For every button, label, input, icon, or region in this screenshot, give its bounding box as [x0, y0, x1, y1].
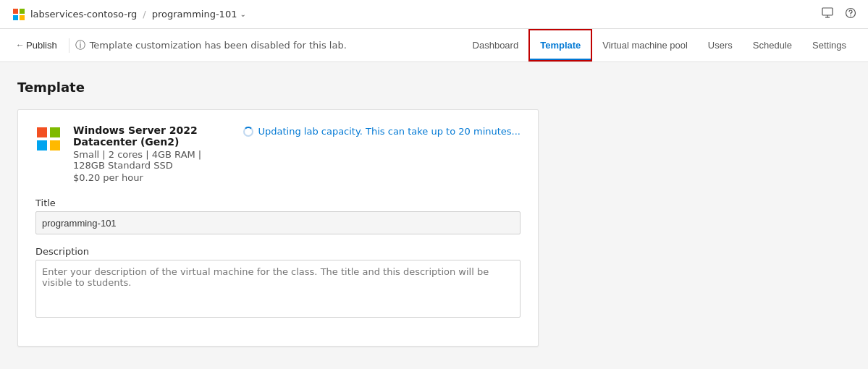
- monitor-icon[interactable]: [822, 7, 833, 22]
- tab-dashboard[interactable]: Dashboard: [463, 29, 529, 62]
- nav-divider: [69, 38, 69, 53]
- description-field-group: Description: [35, 246, 521, 320]
- resource-group-label[interactable]: labservices-contoso-rg: [30, 9, 137, 20]
- main-content: Template Windows Server 2022 Datacenter …: [0, 62, 868, 369]
- status-text: Updating lab capacity. This can take up …: [258, 126, 521, 137]
- info-icon: ⓘ: [75, 39, 85, 52]
- svg-rect-1: [20, 9, 25, 14]
- template-card: Windows Server 2022 Datacenter (Gen2) Sm…: [17, 109, 539, 347]
- info-text: Template customization has been disabled…: [90, 40, 347, 51]
- nav-tabs: Dashboard Template Virtual machine pool …: [463, 29, 856, 62]
- svg-rect-2: [13, 15, 18, 20]
- lab-dropdown-icon[interactable]: ⌄: [240, 10, 245, 18]
- description-label: Description: [35, 246, 521, 257]
- svg-rect-3: [20, 15, 25, 20]
- vm-info-row: Windows Server 2022 Datacenter (Gen2) Sm…: [35, 124, 521, 183]
- description-input[interactable]: [35, 260, 521, 318]
- vm-spec: Small | 2 cores | 4GB RAM | 128GB Standa…: [73, 149, 232, 171]
- top-bar: labservices-contoso-rg / programming-101…: [0, 0, 868, 29]
- tab-vm-pool[interactable]: Virtual machine pool: [592, 29, 698, 62]
- publish-label: Publish: [26, 40, 57, 51]
- title-input[interactable]: [35, 211, 521, 234]
- publish-arrow-icon: ↑: [14, 43, 25, 48]
- title-label: Title: [35, 198, 521, 208]
- vm-name: Windows Server 2022 Datacenter (Gen2): [73, 124, 232, 148]
- vm-status: Updating lab capacity. This can take up …: [243, 124, 521, 137]
- svg-rect-4: [822, 8, 833, 15]
- svg-rect-0: [13, 9, 18, 14]
- nav-info-message: ⓘ Template customization has been disabl…: [75, 39, 347, 52]
- svg-rect-12: [50, 140, 60, 150]
- svg-rect-9: [37, 127, 47, 137]
- tab-template[interactable]: Template: [528, 29, 592, 62]
- vm-price: $0.20 per hour: [73, 172, 232, 183]
- secondary-nav: ↑ Publish ⓘ Template customization has b…: [0, 29, 868, 62]
- tab-settings[interactable]: Settings: [802, 29, 856, 62]
- status-spinner-icon: [243, 127, 253, 137]
- windows-logo-icon: [35, 126, 62, 152]
- top-bar-icons: [822, 7, 856, 22]
- app-logo: [12, 7, 26, 22]
- vm-details: Windows Server 2022 Datacenter (Gen2) Sm…: [73, 124, 232, 183]
- publish-button[interactable]: ↑ Publish: [12, 29, 63, 62]
- tab-schedule[interactable]: Schedule: [743, 29, 802, 62]
- title-field-group: Title: [35, 198, 521, 234]
- tab-users[interactable]: Users: [698, 29, 743, 62]
- breadcrumb-separator: /: [143, 9, 146, 20]
- svg-rect-11: [37, 140, 47, 150]
- page-title: Template: [17, 80, 851, 95]
- svg-rect-10: [50, 127, 60, 137]
- svg-point-8: [850, 15, 851, 16]
- help-icon[interactable]: [845, 7, 856, 22]
- lab-name-label[interactable]: programming-101 ⌄: [152, 9, 246, 20]
